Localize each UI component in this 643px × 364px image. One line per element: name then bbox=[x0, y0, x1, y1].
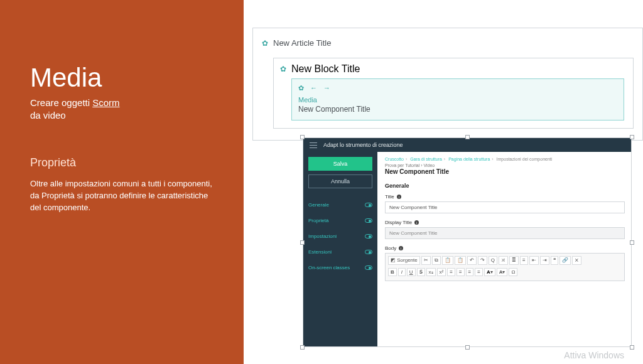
section-paragraph: Oltre alle impostazioni comuni a tutti i… bbox=[30, 178, 212, 214]
outdent-icon[interactable]: ⇤ bbox=[529, 256, 539, 265]
app-header: Adapt lo strumento di creazione bbox=[303, 138, 631, 152]
replace-icon[interactable]: ⤭ bbox=[499, 256, 508, 265]
app-name: Adapt lo strumento di creazione bbox=[323, 142, 403, 148]
component-title: New Component Title bbox=[298, 105, 617, 114]
main-panel: Cruscotto› Gara di struttura› Pagina del… bbox=[377, 152, 631, 346]
info-icon[interactable]: i bbox=[399, 246, 403, 250]
block-container: ✿ New Block Title ✿ ← → Media New Compon… bbox=[273, 58, 634, 129]
search-icon[interactable]: Q bbox=[489, 256, 497, 265]
resize-handle-icon[interactable] bbox=[300, 240, 305, 245]
crumb-link[interactable]: Gara di struttura bbox=[410, 157, 442, 161]
resize-handle-icon[interactable] bbox=[465, 135, 470, 139]
indent-icon[interactable]: ⇥ bbox=[540, 256, 549, 265]
breadcrumb: Cruscotto› Gara di struttura› Pagina del… bbox=[385, 157, 625, 161]
toggle-icon[interactable] bbox=[365, 250, 372, 254]
context-path: Prova per Tutorial › Video bbox=[385, 163, 625, 168]
sidebar-item-impostazioni[interactable]: Impostazioni bbox=[308, 232, 372, 240]
crumb-link[interactable]: Pagina della struttura bbox=[448, 157, 490, 161]
gear-icon[interactable]: ✿ bbox=[280, 65, 286, 73]
unlink-icon[interactable]: ⨯ bbox=[572, 256, 581, 265]
undo-icon[interactable]: ↶ bbox=[467, 256, 477, 265]
crumb-link[interactable]: Cruscotto bbox=[385, 157, 404, 161]
paste-text-icon[interactable]: 📋 bbox=[455, 256, 466, 265]
page-title: New Component Title bbox=[385, 168, 625, 175]
sidebar: Salva Annulla Generale Proprietà Imposta… bbox=[303, 152, 377, 346]
align-right-icon[interactable]: ≡ bbox=[466, 268, 474, 277]
article-row[interactable]: ✿ New Article Title bbox=[253, 35, 642, 51]
component-type-label: Media bbox=[298, 96, 617, 104]
special-char-icon[interactable]: Ω bbox=[509, 268, 517, 277]
paste-icon[interactable]: 📋 bbox=[442, 256, 453, 265]
toggle-icon[interactable] bbox=[365, 218, 372, 223]
windows-activation-watermark: Attiva Windows bbox=[564, 350, 624, 360]
cut-icon[interactable]: ✂ bbox=[421, 256, 431, 265]
component-toolbar: ✿ ← → bbox=[298, 84, 617, 92]
strike-icon[interactable]: S̶ bbox=[417, 268, 425, 277]
body-field-label: Bodyi bbox=[385, 245, 625, 251]
component-container[interactable]: ✿ ← → Media New Component Title bbox=[291, 78, 624, 120]
rich-text-toolbar: ◩ Sorgente ✂ ⧉ 📋 📋 ↶ ↷ Q ⤭ ≣ ≡ bbox=[385, 253, 625, 281]
sidebar-nav: Generale Proprietà Impostazioni Estensio… bbox=[308, 201, 372, 272]
save-button[interactable]: Salva bbox=[308, 157, 372, 171]
copy-icon[interactable]: ⧉ bbox=[432, 256, 441, 265]
align-justify-icon[interactable]: ≡ bbox=[475, 268, 483, 277]
list-number-icon[interactable]: ≡ bbox=[520, 256, 528, 265]
display-title-input[interactable]: New Component Title bbox=[385, 227, 625, 239]
resize-handle-icon[interactable] bbox=[300, 345, 305, 350]
title-input[interactable]: New Component Title bbox=[385, 201, 625, 213]
link-icon[interactable]: 🔗 bbox=[559, 256, 571, 265]
sidebar-item-proprieta[interactable]: Proprietà bbox=[308, 217, 372, 225]
embedded-image-selection[interactable]: Adapt lo strumento di creazione Salva An… bbox=[303, 137, 632, 347]
display-title-field-label: Display Titlei bbox=[385, 220, 625, 225]
article-title: New Article Title bbox=[273, 38, 331, 48]
left-panel: Media Creare oggetti Scorm da video Prop… bbox=[0, 0, 244, 364]
sidebar-item-estensioni[interactable]: Estensioni bbox=[308, 248, 372, 256]
block-title: New Block Title bbox=[291, 63, 360, 75]
sidebar-item-onscreen[interactable]: On-screen classes bbox=[308, 264, 372, 272]
right-panel: ✿ New Article Title ✿ New Block Title ✿ … bbox=[244, 0, 643, 364]
adapt-editor-screenshot: Adapt lo strumento di creazione Salva An… bbox=[303, 137, 632, 347]
subscript-icon[interactable]: x₂ bbox=[426, 268, 436, 277]
info-icon[interactable]: i bbox=[397, 195, 401, 199]
block-row[interactable]: ✿ New Block Title bbox=[280, 63, 627, 75]
resize-handle-icon[interactable] bbox=[465, 345, 470, 350]
toggle-icon[interactable] bbox=[365, 203, 372, 207]
source-button[interactable]: ◩ Sorgente bbox=[388, 256, 420, 265]
quote-icon[interactable]: ❝ bbox=[551, 256, 558, 265]
hamburger-icon[interactable] bbox=[310, 142, 317, 148]
italic-icon[interactable]: I bbox=[398, 268, 406, 277]
section-heading: Proprietà bbox=[30, 156, 219, 169]
redo-icon[interactable]: ↷ bbox=[478, 256, 487, 265]
align-left-icon[interactable]: ≡ bbox=[447, 268, 455, 277]
resize-handle-icon[interactable] bbox=[630, 345, 634, 350]
slide: Media Creare oggetti Scorm da video Prop… bbox=[0, 0, 643, 364]
toggle-icon[interactable] bbox=[365, 265, 372, 270]
article-container: ✿ New Article Title ✿ New Block Title ✿ … bbox=[252, 28, 643, 141]
info-icon[interactable]: i bbox=[414, 220, 419, 225]
resize-handle-icon[interactable] bbox=[300, 135, 305, 139]
underline-icon[interactable]: U bbox=[407, 268, 416, 277]
sidebar-item-generale[interactable]: Generale bbox=[308, 201, 372, 209]
resize-handle-icon[interactable] bbox=[630, 135, 634, 139]
title-field-label: Titlei bbox=[385, 194, 625, 200]
text-color-icon[interactable]: A▾ bbox=[484, 268, 495, 277]
list-bullet-icon[interactable]: ≣ bbox=[509, 256, 519, 265]
superscript-icon[interactable]: x² bbox=[437, 268, 446, 277]
bold-icon[interactable]: B bbox=[388, 268, 397, 277]
section-generale-heading: Generale bbox=[385, 183, 625, 189]
cancel-button[interactable]: Annulla bbox=[308, 174, 372, 188]
crumb-current: Impostazioni dei componenti bbox=[497, 157, 553, 161]
gear-icon[interactable]: ✿ bbox=[298, 84, 304, 92]
arrow-left-icon[interactable]: ← bbox=[310, 84, 317, 92]
slide-subtitle: Creare oggetti Scorm da video bbox=[30, 97, 219, 121]
resize-handle-icon[interactable] bbox=[630, 240, 634, 245]
toggle-icon[interactable] bbox=[365, 234, 372, 238]
gear-icon[interactable]: ✿ bbox=[262, 39, 268, 48]
align-center-icon[interactable]: ≡ bbox=[457, 268, 465, 277]
slide-title: Media bbox=[30, 63, 219, 93]
bg-color-icon[interactable]: A▾ bbox=[497, 268, 508, 277]
app-body: Salva Annulla Generale Proprietà Imposta… bbox=[303, 152, 631, 346]
arrow-right-icon[interactable]: → bbox=[323, 84, 330, 92]
